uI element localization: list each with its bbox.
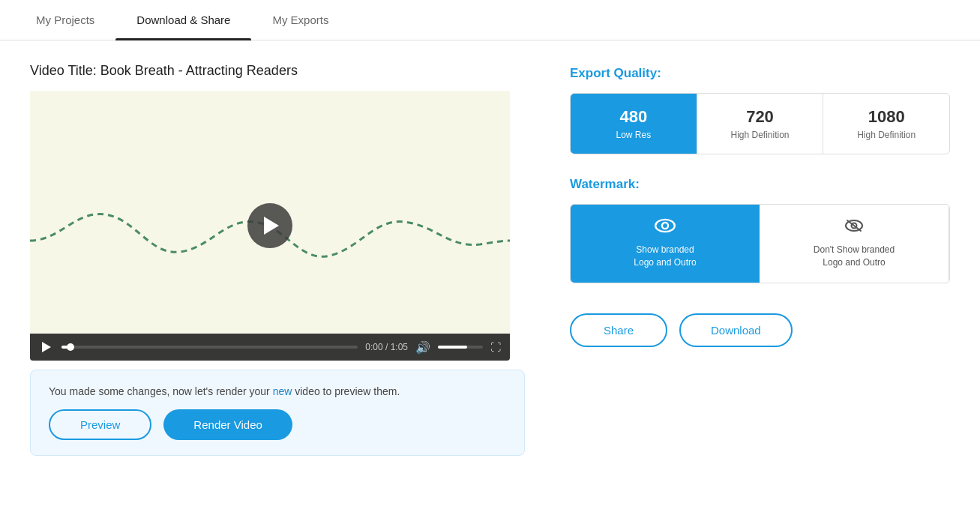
quality-1080-num: 1080 [832, 107, 940, 127]
tab-my-projects[interactable]: My Projects [15, 0, 115, 40]
tab-my-exports[interactable]: My Exports [251, 0, 349, 40]
watermark-hide-text: Don't Show brandedLogo and Outro [814, 244, 895, 269]
share-button[interactable]: Share [570, 313, 667, 347]
watermark-hide[interactable]: Don't Show brandedLogo and Outro [760, 205, 949, 283]
quality-480-num: 480 [580, 107, 688, 127]
tabs-bar: My Projects Download & Share My Exports [0, 0, 980, 40]
volume-icon[interactable]: 🔊 [415, 340, 430, 355]
progress-bar[interactable] [61, 346, 358, 349]
quality-1080-label: High Definition [832, 130, 940, 140]
watermark-show-text: Show brandedLogo and Outro [634, 244, 696, 269]
render-message: You made some changes, now let's render … [49, 385, 506, 397]
play-icon [264, 217, 279, 235]
download-button[interactable]: Download [679, 313, 793, 347]
control-play-button[interactable] [39, 340, 54, 355]
watermark-show[interactable]: Show brandedLogo and Outro [571, 205, 760, 283]
quality-option-480[interactable]: 480 Low Res [571, 94, 697, 154]
control-play-icon [42, 342, 51, 352]
quality-options: 480 Low Res 720 High Definition 1080 Hig… [570, 93, 950, 154]
video-controls: 0:00 / 1:05 🔊 ⛶ [30, 334, 510, 361]
video-player[interactable]: 0:00 / 1:05 🔊 ⛶ [30, 91, 510, 361]
play-button-overlay[interactable] [247, 203, 292, 248]
fullscreen-button[interactable]: ⛶ [490, 341, 501, 353]
quality-option-1080[interactable]: 1080 High Definition [823, 94, 949, 154]
svg-point-1 [655, 220, 675, 232]
progress-dot [67, 343, 74, 351]
quality-option-720[interactable]: 720 High Definition [697, 94, 824, 154]
action-buttons: Share Download [570, 313, 950, 347]
time-display: 0:00 / 1:05 [365, 342, 408, 352]
quality-480-label: Low Res [580, 130, 688, 140]
eye-off-icon [844, 218, 865, 238]
preview-button[interactable]: Preview [49, 409, 151, 440]
main-content: Video Title: Book Breath - Attracting Re… [0, 40, 980, 478]
left-panel: Video Title: Book Breath - Attracting Re… [30, 63, 525, 456]
volume-fill [438, 346, 467, 349]
eye-icon [655, 218, 676, 238]
highlight-new: new [273, 385, 292, 397]
quality-720-num: 720 [706, 107, 814, 127]
watermark-label: Watermark: [570, 177, 950, 192]
render-actions: Preview Render Video [49, 409, 506, 440]
watermark-options: Show brandedLogo and Outro Don't Show br… [570, 204, 950, 283]
tab-download-share[interactable]: Download & Share [115, 0, 251, 40]
right-panel: Export Quality: 480 Low Res 720 High Def… [570, 63, 950, 456]
render-notification: You made some changes, now let's render … [30, 370, 525, 456]
render-video-button[interactable]: Render Video [163, 409, 292, 440]
export-quality-label: Export Quality: [570, 66, 950, 81]
video-title: Video Title: Book Breath - Attracting Re… [30, 63, 525, 79]
quality-720-label: High Definition [706, 130, 814, 140]
svg-point-2 [662, 223, 668, 229]
volume-bar[interactable] [438, 346, 483, 349]
